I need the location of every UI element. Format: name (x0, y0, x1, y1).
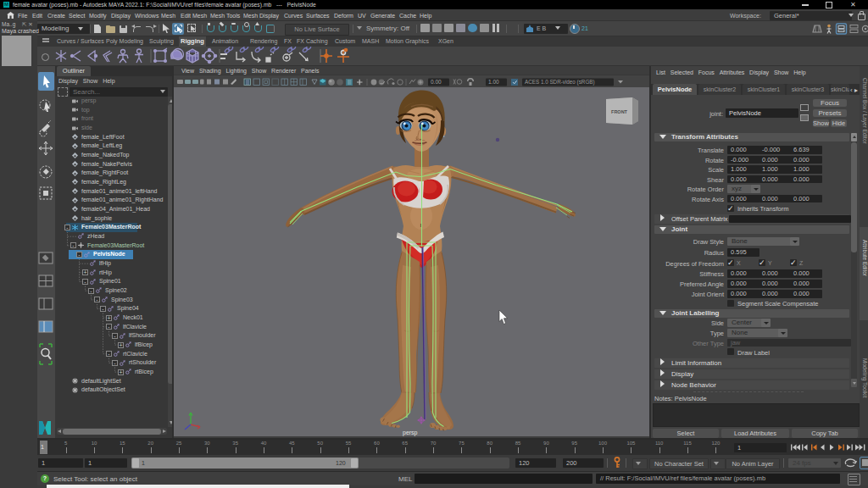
svg-text:0.00: 0.00 (431, 79, 442, 85)
svg-text:1.00: 1.00 (488, 79, 499, 85)
svg-text:FRONT: FRONT (611, 109, 628, 114)
svg-text:ACES 1.0 SDR-video (sRGB): ACES 1.0 SDR-video (sRGB) (525, 79, 595, 86)
svg-text:persp: persp (403, 430, 418, 436)
